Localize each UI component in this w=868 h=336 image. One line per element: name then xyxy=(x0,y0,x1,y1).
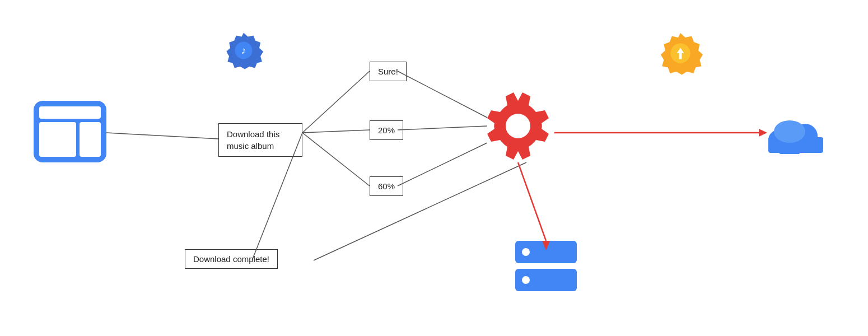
svg-point-3 xyxy=(506,114,530,138)
complete-box: Download complete! xyxy=(185,249,278,269)
browser-left-panel xyxy=(39,122,76,157)
gear-icon xyxy=(482,90,554,162)
diagram-container: ♪ Download this music album Sure! 20% 60… xyxy=(0,0,868,336)
svg-line-14 xyxy=(398,126,487,130)
server-dot-2 xyxy=(522,276,530,284)
progress-60-box: 60% xyxy=(370,176,403,196)
download-request-text: Download this music album xyxy=(227,129,279,151)
browser-right-panel xyxy=(80,122,101,157)
svg-point-11 xyxy=(774,120,805,143)
music-badge-icon: ♪ xyxy=(224,31,263,70)
download-request-box: Download this music album xyxy=(218,123,302,157)
browser-top-bar xyxy=(39,106,101,119)
svg-line-12 xyxy=(106,133,218,139)
svg-line-23 xyxy=(518,162,546,241)
sure-text: Sure! xyxy=(378,67,398,76)
arrows-overlay xyxy=(0,0,868,336)
browser-icon xyxy=(34,101,106,162)
sure-box: Sure! xyxy=(370,62,407,81)
complete-text: Download complete! xyxy=(193,254,269,264)
server-dot-1 xyxy=(522,248,530,256)
cloud-icon xyxy=(762,109,829,154)
server-item-2 xyxy=(515,269,577,291)
progress-60-text: 60% xyxy=(378,181,395,191)
browser-bottom-area xyxy=(39,122,101,157)
svg-line-18 xyxy=(302,130,370,133)
svg-text:♪: ♪ xyxy=(241,45,246,56)
progress-20-box: 20% xyxy=(370,120,403,140)
svg-line-17 xyxy=(302,71,370,133)
svg-line-16 xyxy=(314,162,526,260)
svg-line-15 xyxy=(398,143,487,186)
server-item-1 xyxy=(515,241,577,263)
svg-line-13 xyxy=(398,71,487,118)
server-container xyxy=(515,241,577,291)
download-badge-icon xyxy=(658,31,703,76)
progress-20-text: 20% xyxy=(378,125,395,135)
svg-line-19 xyxy=(302,133,370,186)
